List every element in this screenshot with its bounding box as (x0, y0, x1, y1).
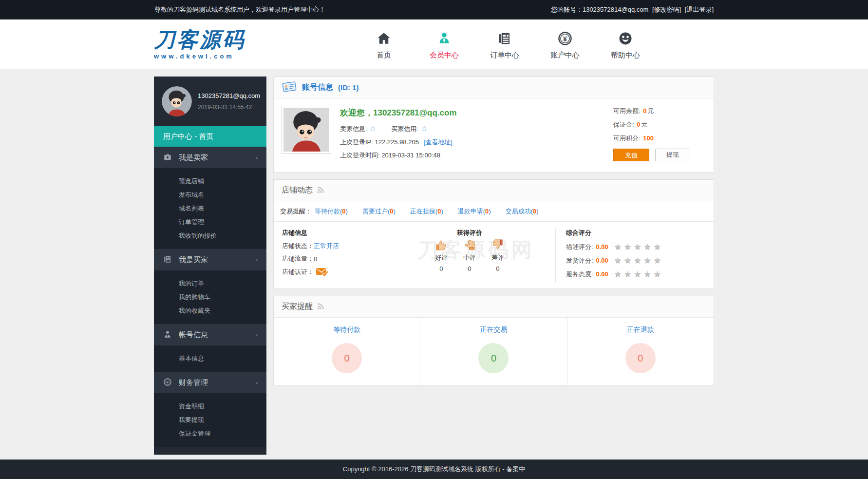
reminder-awaiting-payment[interactable]: 等待付款(0) (315, 207, 348, 216)
scores-column: 综合评分 描述评分: 0.00 ★★★★★ 发货评分: 0.00 ★★★★★ 服… (555, 229, 714, 283)
topbar-welcome-text: 尊敬的刀客源码测试域名系统用户，欢迎登录用户管理中心！ (154, 5, 325, 14)
footer: Copyright © 2016-2026 刀客源码测试域名系统 版权所有 - … (0, 460, 868, 479)
buyer-awaiting-payment-cell[interactable]: 等待付款 0 (274, 318, 420, 385)
copyright-text: Copyright © 2016-2026 刀客源码测试域名系统 版权所有 - … (343, 465, 525, 474)
buyer-trading-title: 正在交易 (420, 326, 566, 334)
shop-status-link[interactable]: 正常开店 (314, 242, 339, 250)
sidebar-item-order-manage[interactable]: 订单管理 (154, 215, 266, 229)
sidebar-section-account-info[interactable]: 帐号信息 ▲ (154, 324, 266, 345)
reminder-trade-success[interactable]: 交易成功(0) (506, 207, 539, 216)
view-address-link[interactable]: [查看地址] (424, 138, 453, 146)
last-time-value: 2019-03-31 15:00:48 (381, 152, 440, 159)
sidebar-section-buyer[interactable]: 我是买家 ▲ (154, 249, 266, 270)
shop-panel-header: 店铺动态 (274, 180, 714, 201)
sidebar-section-seller[interactable]: 我是卖家 ▲ (154, 147, 266, 168)
buyer-refunding-cell[interactable]: 正在退款 0 (567, 318, 714, 385)
rating-neutral: 中评 0 (455, 238, 484, 272)
list-icon (163, 255, 179, 265)
topbar-account-area: 您的账号：13023572814@qq.com [修改密码] [退出登录] (551, 5, 714, 14)
ratings-title: 获得评价 (406, 229, 555, 237)
sidebar-item-user-center-home[interactable]: 用户中心 - 首页 (154, 126, 266, 147)
chevron-up-icon: ▲ (255, 258, 259, 262)
sidebar-item-received-offers[interactable]: 我收到的报价 (154, 229, 266, 243)
rating-good-count: 0 (427, 265, 455, 272)
star-icon: ★ (644, 255, 651, 266)
balance-unit: 元 (647, 107, 654, 115)
shop-info-title: 店铺信息 (282, 229, 406, 237)
buyer-panel-title: 买家提醒 (282, 302, 313, 312)
buyer-awaiting-payment-title: 等待付款 (274, 326, 420, 334)
account-email: 13023572814@qq.com (583, 6, 648, 13)
deposit-unit: 元 (641, 121, 647, 128)
reminder-in-escrow[interactable]: 正在担保(0) (410, 207, 443, 216)
shop-traffic-value: 0 (314, 255, 317, 263)
recharge-button[interactable]: 充值 (613, 149, 649, 161)
thumb-up-icon (434, 246, 448, 253)
change-password-link[interactable]: [修改密码] (652, 6, 681, 13)
star-icon: ★ (634, 269, 641, 279)
logout-link[interactable]: [退出登录] (685, 6, 714, 13)
chevron-up-icon: ▲ (255, 333, 259, 337)
buyer-trading-cell[interactable]: 正在交易 0 (420, 318, 566, 385)
withdraw-button[interactable]: 提现 (655, 149, 690, 161)
star-icon: ★ (614, 255, 622, 266)
account-info-panel: 账号信息 (ID: 1) 欢迎您，1302357281@qq.com 卖家信息:… (273, 77, 714, 172)
sidebar-item-fund-details[interactable]: 资金明细 (154, 400, 266, 413)
balance-label: 可用余额: (613, 107, 641, 115)
sidebar-item-withdraw[interactable]: 我要提现 (154, 413, 266, 427)
nav-account-label: 账户中心 (535, 51, 595, 60)
rss-icon (317, 302, 325, 312)
home-icon (377, 40, 391, 47)
nav-help-center[interactable]: 帮助中心 (595, 29, 656, 60)
avatar (162, 86, 192, 116)
reminder-refund-request[interactable]: 退款申请(0) (458, 207, 491, 216)
account-id: (ID: 1) (338, 83, 359, 92)
score-description-value: 0.00 (596, 243, 608, 250)
sidebar-item-preview-shop[interactable]: 预览店铺 (154, 174, 266, 188)
buyer-reminder-panel: 买家提醒 等待付款 0 正在交易 0 正在退款 0 (273, 296, 714, 385)
star-icon: ★ (644, 242, 651, 252)
nav-help-label: 帮助中心 (595, 51, 656, 60)
star-icon: ★ (634, 255, 641, 266)
sidebar-item-deposit-manage[interactable]: 保证金管理 (154, 427, 266, 441)
points-value: 100 (643, 134, 654, 142)
buyer-awaiting-payment-count: 0 (332, 343, 362, 373)
sidebar-section-finance[interactable]: ¥ 财务管理 ▲ (154, 372, 266, 393)
score-shipping: 发货评分: 0.00 ★★★★★ (566, 255, 714, 266)
account-panel-title: 账号信息 (302, 82, 333, 93)
sidebar-item-basic-info[interactable]: 基本信息 (154, 352, 266, 365)
yen-coin-icon: ¥ (558, 40, 572, 47)
site-logo[interactable]: 刀客源码 www.dkewl.com (154, 29, 245, 59)
balance-block: 可用余额: 0元 保证金: 0元 可用积分: 100 充值 提现 (613, 106, 706, 164)
nav-order-label: 订单中心 (474, 51, 535, 60)
score-shipping-value: 0.00 (596, 257, 608, 264)
score-service-value: 0.00 (596, 270, 608, 278)
buyer-refunding-count: 0 (625, 343, 656, 373)
coin-icon: ¥ (163, 378, 179, 388)
nav-home[interactable]: 首页 (354, 29, 414, 60)
section-seller-label: 我是卖家 (179, 153, 208, 162)
header: 刀客源码 www.dkewl.com 首页 会员中心 订单中心 ¥ 账户中心 (0, 19, 868, 69)
sidebar-item-publish-domain[interactable]: 发布域名 (154, 188, 266, 202)
shop-dynamics-panel: 店铺动态 交易提醒： 等待付款(0) 需要过户(0) 正在担保(0) 退款申请(… (273, 179, 714, 289)
points-label: 可用积分: (613, 134, 641, 142)
section-finance-label: 财务管理 (179, 378, 208, 387)
sidebar-profile: 1302357281@qq.com 2019-03-31 14:55:42 (154, 77, 266, 126)
thumb-down-icon (491, 246, 504, 253)
main-nav: 首页 会员中心 订单中心 ¥ 账户中心 帮助中心 (354, 29, 656, 60)
buyer-credit-label: 买家信用: (391, 125, 418, 133)
sidebar-item-my-cart[interactable]: 我的购物车 (154, 290, 266, 304)
sidebar-item-my-orders[interactable]: 我的订单 (154, 277, 266, 290)
seller-submenu: 预览店铺 发布域名 域名列表 订单管理 我收到的报价 (154, 168, 266, 249)
reminder-need-transfer[interactable]: 需要过户(0) (362, 207, 396, 216)
rating-neutral-count: 0 (455, 265, 484, 272)
star-icon: ★ (614, 269, 622, 279)
sidebar-item-my-favorites[interactable]: 我的收藏夹 (154, 304, 266, 318)
chevron-up-icon: ▲ (255, 381, 259, 385)
nav-order-center[interactable]: 订单中心 (474, 29, 535, 60)
sidebar-item-domain-list[interactable]: 域名列表 (154, 202, 266, 215)
nav-account-center[interactable]: ¥ 账户中心 (535, 29, 595, 60)
nav-member-center[interactable]: 会员中心 (414, 29, 474, 60)
rating-neutral-label: 中评 (455, 253, 484, 262)
shop-panel-title: 店铺动态 (282, 185, 313, 195)
